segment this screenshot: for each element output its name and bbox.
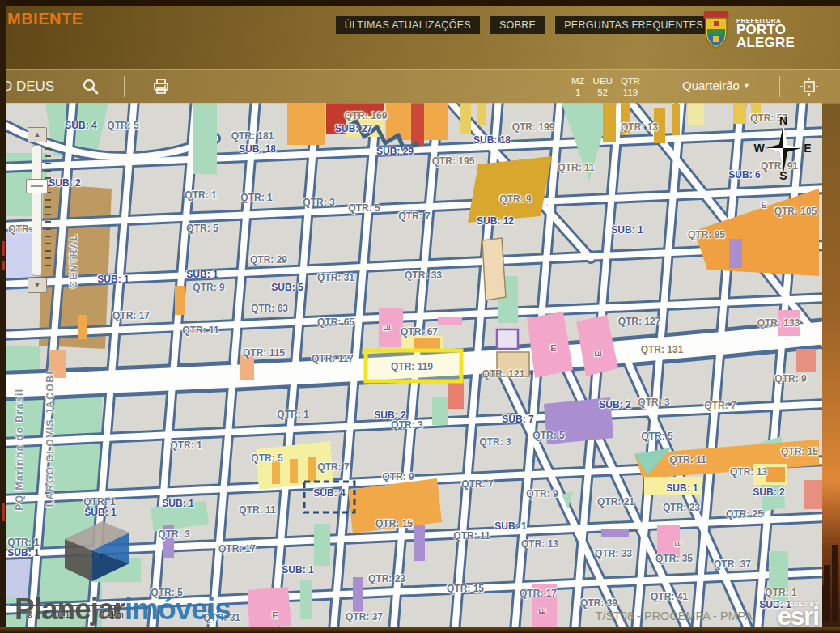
left-strip-marker — [2, 503, 5, 521]
compass-west-label: W — [753, 142, 764, 155]
app-window: MBIENTE ÚLTIMAS ATUALIZAÇÕES SOBRE PERGU… — [0, 0, 840, 633]
prefeitura-porto-alegre-logo: PREFEITURA PORTO ALEGRE — [702, 11, 795, 56]
logo-wordmark: PREFEITURA PORTO ALEGRE — [736, 18, 795, 49]
watermark-cube-icon — [60, 518, 133, 586]
nav-about-button[interactable]: SOBRE — [490, 16, 545, 34]
zoom-slider-handle[interactable] — [26, 179, 48, 193]
map-attribution: T/ST08 - PROCEMPA - PMPA — [596, 610, 753, 622]
scale-label: 0.2km — [100, 610, 124, 619]
toolbar-divider — [660, 76, 660, 97]
toolbar-divider — [124, 76, 125, 97]
map-canvas[interactable]: SUB: 4QTR: 5QTR: 181SUB: 18QTR: 169SUB: … — [6, 103, 822, 627]
toolbar-divider — [779, 76, 780, 97]
locate-crosshair-icon[interactable] — [800, 77, 819, 96]
left-edge-strip — [0, 0, 6, 633]
zoom-slider-ticks — [45, 148, 51, 271]
scale-label: 0 — [28, 610, 32, 619]
nav-latest-updates-button[interactable]: ÚLTIMAS ATUALIZAÇÕES — [336, 16, 480, 34]
district-name-fragment: O DEUS — [0, 79, 54, 95]
scale-label: 0.1 — [57, 610, 70, 619]
esri-brand: esri — [774, 607, 819, 627]
block-stats: MZ1 UEU52 QTR119 — [571, 75, 640, 99]
compass-east-label: E — [804, 142, 811, 155]
zoom-slider-track[interactable] — [32, 145, 42, 276]
site-header: MBIENTE ÚLTIMAS ATUALIZAÇÕES SOBRE PERGU… — [0, 0, 840, 69]
chevron-down-icon: ▼ — [743, 82, 750, 90]
layer-dropdown[interactable]: Quarteirão▼ — [682, 79, 750, 92]
zoom-in-button[interactable]: ▲ — [28, 127, 47, 142]
coat-of-arms-icon — [702, 11, 731, 56]
search-icon[interactable] — [82, 78, 100, 96]
compass-rose: N W E S — [753, 113, 811, 181]
zoom-out-button[interactable]: ▼ — [28, 278, 47, 293]
esri-logo: POWERED BY esri — [774, 602, 819, 627]
header-nav: ÚLTIMAS ATUALIZAÇÕES SOBRE PERGUNTAS FRE… — [336, 16, 712, 34]
scale-bar: 0 0.1 0.2km — [8, 602, 129, 623]
nav-faq-button[interactable]: PERGUNTAS FREQUENTES — [555, 16, 712, 34]
compass-star-icon — [766, 124, 801, 172]
selected-block-highlight — [366, 350, 461, 381]
left-strip-marker — [2, 241, 5, 256]
top-edge-strip — [0, 0, 840, 6]
print-icon[interactable] — [152, 78, 170, 96]
site-title-fragment: MBIENTE — [7, 10, 83, 28]
left-strip-marker — [2, 261, 5, 270]
map-toolbar: O DEUS MZ1 UEU52 QTR119 Quarteirão▼ — [0, 69, 840, 104]
bottom-edge-strip — [0, 627, 840, 633]
background-photo-strip — [822, 103, 840, 627]
